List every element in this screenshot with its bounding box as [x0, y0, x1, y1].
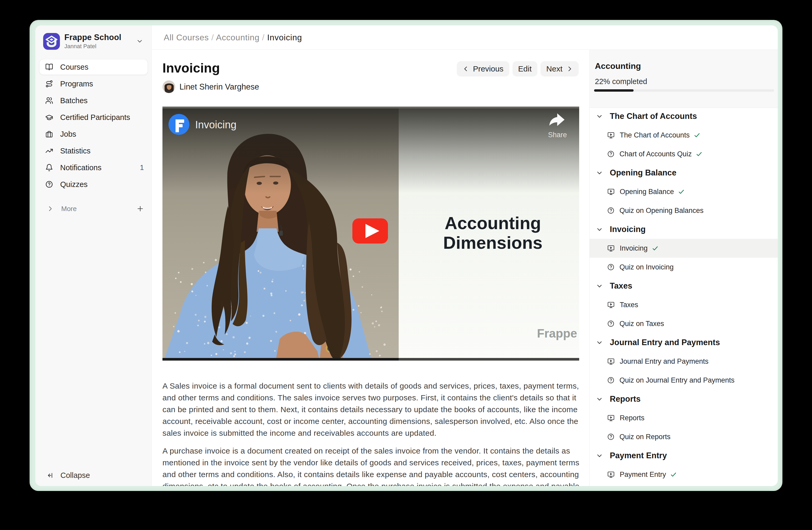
svg-text:Dimensions: Dimensions [443, 233, 542, 252]
svg-text:Frappe: Frappe [537, 326, 577, 340]
svg-text:Share: Share [548, 131, 567, 139]
svg-text:Invoicing: Invoicing [195, 119, 236, 130]
svg-text:Accounting: Accounting [445, 213, 541, 233]
